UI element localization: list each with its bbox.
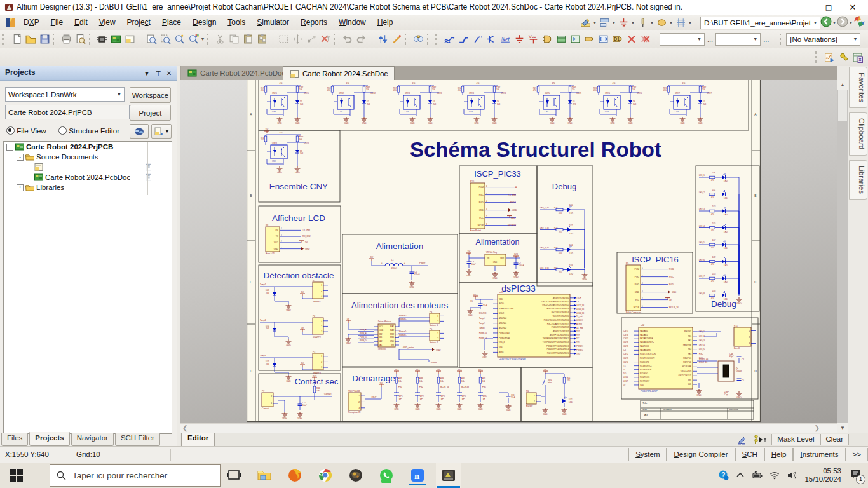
status-button-instruments[interactable]: Instruments (793, 448, 845, 461)
taskbar-app-notion[interactable]: n (407, 465, 428, 485)
status-button-sch[interactable]: SCH (735, 448, 764, 461)
place-part-icon[interactable] (484, 33, 498, 46)
editor-tab[interactable]: Editor (181, 433, 215, 447)
designator-icon[interactable]: D1 (610, 33, 624, 46)
tree-item-source-documents[interactable]: -Source Documents (4, 152, 172, 162)
menu-project[interactable]: Project (121, 15, 156, 30)
zoom-area-icon[interactable] (158, 33, 172, 46)
tree-item-libraries[interactable]: +Libraries (4, 182, 172, 193)
filter-combo-1[interactable]: ▼ (660, 33, 705, 46)
mask-level-button[interactable]: Mask Level (771, 434, 820, 445)
side-tab-favorites[interactable]: Favorites (849, 67, 867, 108)
side-tab-libraries[interactable]: Libraries (849, 160, 867, 200)
menu-window[interactable]: Window (333, 15, 372, 30)
schematic-canvas[interactable]: AABBCCDDSchéma Structurel RobotEnsemble … (180, 80, 837, 423)
device-view-icon[interactable] (95, 33, 109, 46)
close-button[interactable]: ✕ (841, 1, 864, 13)
scroll-down-icon[interactable]: ▼ (837, 423, 848, 433)
shape-tools-icon[interactable] (654, 17, 668, 29)
taskbar-app-game[interactable] (346, 465, 366, 485)
select-area-icon[interactable] (276, 33, 290, 46)
mask-filter-icon[interactable] (754, 435, 768, 445)
tree-item-carte-robot-2024-schdoc[interactable]: Carte Robot 2024.SchDoc (4, 162, 172, 172)
paste-array-icon[interactable] (255, 33, 269, 46)
tray-help-icon[interactable]: ? (719, 470, 729, 480)
open-document-button[interactable]: ▼ (151, 124, 172, 139)
panel-menu-icon[interactable]: ▼ (142, 69, 151, 78)
no-erc-all-icon[interactable] (638, 33, 652, 46)
project-field[interactable]: Carte Robot 2024.PrjPCB (5, 105, 130, 119)
panel-tab-navigator[interactable]: Navigator (71, 433, 114, 446)
panel-tab-sch-filter[interactable]: SCH Filter (115, 433, 160, 446)
minimize-button[interactable]: — (794, 1, 817, 13)
scrollbar-thumb[interactable] (838, 90, 847, 121)
zoom-fit-icon[interactable] (144, 33, 158, 46)
menu-tools[interactable]: Tools (222, 15, 251, 30)
project-button[interactable]: Project (130, 105, 171, 121)
grid-tools-icon[interactable] (674, 17, 688, 29)
project-path-dropdown[interactable]: D:\BUT GEII\1_ere_annee\Projet Ro▼ (700, 17, 820, 29)
tray-volume-icon[interactable] (786, 470, 797, 480)
port-icon[interactable] (582, 33, 596, 46)
document-tab-schdoc[interactable]: Carte Robot 2024.SchDoc (283, 66, 395, 81)
paste-icon[interactable] (241, 33, 255, 46)
redo-icon[interactable] (354, 33, 368, 46)
vcc-port-icon[interactable]: Vcc (526, 33, 540, 46)
bus-entry-icon[interactable] (470, 33, 484, 46)
taskbar-app-whatsapp[interactable] (376, 465, 397, 485)
status-button-system[interactable]: System (628, 448, 667, 461)
panel-pin-icon[interactable]: ⊤ (154, 69, 163, 78)
highlight-wand-icon[interactable] (390, 33, 403, 46)
taskbar-app-altium[interactable] (436, 463, 461, 488)
filter-combo-2[interactable]: ▼ (715, 33, 761, 46)
zoom-selected-icon[interactable] (172, 33, 186, 46)
scroll-up-icon[interactable]: ▲ (837, 80, 848, 90)
gate-icon[interactable] (540, 33, 554, 46)
signal-integrity-icon[interactable] (822, 51, 836, 64)
net-label-icon[interactable]: Net (498, 33, 512, 46)
print-preview-icon[interactable] (73, 33, 87, 46)
menu-dxp[interactable]: DXP (18, 15, 45, 30)
vertical-scrollbar[interactable]: ▲ ▼ (837, 80, 848, 433)
menu-design[interactable]: Design (187, 15, 222, 30)
menu-reports[interactable]: Reports (295, 15, 333, 30)
preferences-icon[interactable] (853, 15, 865, 30)
cut-icon[interactable] (213, 33, 227, 46)
tray-wifi-icon[interactable] (770, 470, 780, 480)
undo-icon[interactable] (340, 33, 354, 46)
panel-tab-files[interactable]: Files (1, 433, 28, 446)
menu-place[interactable]: Place (156, 15, 187, 30)
taskbar-search-input[interactable]: Taper ici pour rechercher (50, 464, 221, 487)
status-button-help[interactable]: Help (764, 448, 794, 461)
gnd-port-icon[interactable] (512, 33, 526, 46)
clear-button[interactable]: Clear (820, 434, 849, 445)
sheet-entry-icon[interactable] (568, 33, 582, 46)
zoom-colors-icon[interactable] (186, 33, 200, 46)
variations-dropdown[interactable]: [No Variations]▼ (786, 33, 860, 46)
side-tab-clipboard[interactable]: Clipboard (849, 112, 867, 155)
taskbar-app-file-explorer[interactable] (254, 465, 275, 485)
new-document-icon[interactable] (10, 33, 24, 46)
status-button-design-compiler[interactable]: Design Compiler (667, 448, 735, 461)
notification-center-icon[interactable]: 1 (849, 468, 862, 483)
power-tools-icon[interactable] (616, 17, 630, 29)
panel-tab-projects[interactable]: Projects (29, 432, 69, 446)
maximize-button[interactable]: ◻ (817, 1, 840, 13)
document-tab-pcbdoc[interactable]: Carte Robot 2024.PcbDoc (181, 66, 292, 80)
menu-help[interactable]: Help (372, 15, 399, 30)
wrench-config-icon[interactable] (836, 51, 850, 64)
dxp-icon[interactable] (5, 17, 15, 27)
workspace-button[interactable]: Workspace (130, 87, 171, 103)
clear-filter-icon[interactable] (318, 33, 332, 46)
print-icon[interactable] (59, 33, 73, 46)
panel-close-icon[interactable]: ✕ (165, 69, 173, 78)
edit-pencil-icon[interactable] (737, 435, 749, 445)
structure-editor-radio[interactable]: Structure Editor (58, 126, 119, 135)
menu-view[interactable]: View (93, 15, 121, 30)
tray-battery-icon[interactable] (752, 470, 763, 480)
sheet-symbol-icon[interactable] (554, 33, 568, 46)
tree-item-carte-robot-2024-prjpcb[interactable]: -Carte Robot 2024.PrjPCB (4, 142, 172, 152)
workspace-dropdown[interactable]: Workspace1.DsnWrk ▼ (5, 87, 125, 102)
start-button[interactable] (10, 469, 23, 482)
tray-clock[interactable]: 05:5315/10/2024 (804, 467, 841, 484)
